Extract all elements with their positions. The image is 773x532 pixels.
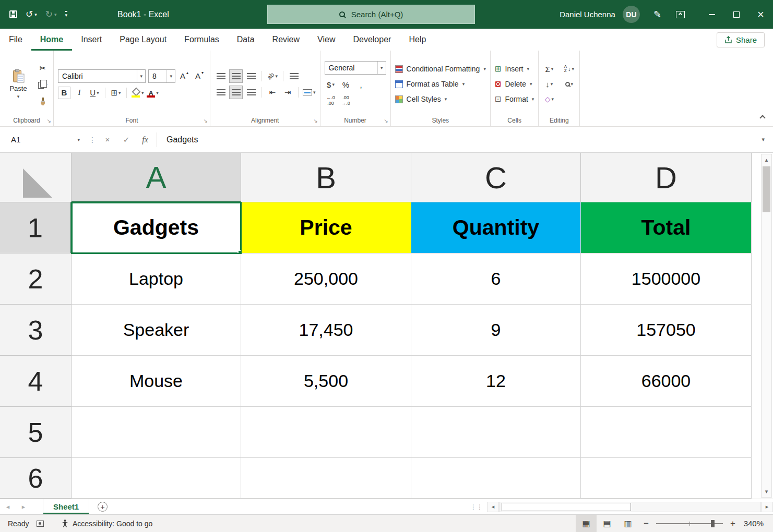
scroll-left-button[interactable]: ◂ [487, 502, 499, 512]
align-center-button[interactable] [230, 86, 242, 99]
cell-A1[interactable]: Gadgets [72, 202, 241, 253]
cell-C3[interactable]: 9 [411, 305, 581, 356]
row-header-3[interactable]: 3 [0, 305, 72, 356]
cell-D6[interactable] [581, 458, 752, 499]
col-header-b[interactable]: B [241, 153, 411, 202]
orientation-button[interactable]: ab▾ [266, 70, 279, 82]
cell-A5[interactable] [72, 407, 241, 458]
paste-button[interactable]: Paste ▾ [4, 69, 32, 99]
zoom-slider-thumb[interactable] [711, 520, 715, 527]
increase-font-size-button[interactable]: A▴ [178, 70, 191, 82]
enter-button[interactable]: ✓ [119, 132, 134, 148]
cell-B5[interactable] [241, 407, 411, 458]
share-button[interactable]: Share [717, 32, 765, 47]
row-header-1[interactable]: 1 [0, 202, 72, 253]
vertical-scroll-thumb[interactable] [763, 166, 770, 212]
page-break-view-button[interactable]: ▥ [617, 515, 638, 532]
font-color-button[interactable]: A▾ [147, 87, 159, 99]
insert-function-button[interactable]: fx [138, 132, 152, 148]
scroll-down-button[interactable]: ▾ [762, 486, 771, 497]
tab-data[interactable]: Data [228, 29, 264, 51]
cell-A3[interactable]: Speaker [72, 305, 241, 356]
tab-file[interactable]: File [0, 29, 31, 51]
select-all-button[interactable] [0, 153, 72, 202]
align-right-button[interactable] [245, 86, 257, 99]
underline-button[interactable]: U▾ [88, 87, 101, 99]
row-header-6[interactable]: 6 [0, 458, 72, 499]
font-size-select[interactable]: 8▾ [148, 69, 175, 83]
row-header-5[interactable]: 5 [0, 407, 72, 458]
format-cells-button[interactable]: ⊡ Format ▾ [495, 92, 534, 106]
cell-styles-button[interactable]: Cell Styles ▾ [395, 92, 447, 106]
tab-page-layout[interactable]: Page Layout [111, 29, 175, 51]
scroll-up-button[interactable]: ▴ [762, 154, 771, 165]
ribbon-display-options-button[interactable] [676, 11, 685, 18]
cell-B1[interactable]: Price [241, 202, 411, 253]
clear-button[interactable]: ◇▾ [543, 93, 555, 105]
copy-button[interactable]: ▾ [37, 79, 49, 91]
cell-C1[interactable]: Quantity [411, 202, 581, 253]
cell-D4[interactable]: 66000 [581, 356, 752, 407]
fill-button[interactable]: ↓▾ [543, 78, 555, 90]
cell-B4[interactable]: 5,500 [241, 356, 411, 407]
font-name-select[interactable]: Calibri▾ [58, 69, 146, 83]
accessibility-status[interactable]: Accessibility: Good to go [62, 519, 152, 528]
cut-button[interactable]: ✂ [37, 62, 49, 75]
zoom-level[interactable]: 340% [741, 519, 773, 528]
row-header-2[interactable]: 2 [0, 253, 72, 305]
font-dialog-launcher[interactable]: ↘ [204, 118, 208, 124]
accounting-format-button[interactable]: $▾ [325, 78, 337, 91]
col-header-a[interactable]: A [72, 153, 241, 202]
tab-formulas[interactable]: Formulas [175, 29, 228, 51]
undo-button[interactable]: ↺▾ [26, 9, 37, 20]
horizontal-scroll-track[interactable] [499, 502, 761, 512]
previous-sheet-button[interactable]: ◂ [0, 503, 16, 511]
cancel-button[interactable]: × [100, 132, 115, 148]
autosum-button[interactable]: Σ▾ [543, 63, 555, 75]
cell-C5[interactable] [411, 407, 581, 458]
normal-view-button[interactable]: ▦ [576, 515, 597, 532]
decrease-decimal-button[interactable]: .00→.0 [340, 94, 352, 107]
page-layout-view-button[interactable]: ▤ [597, 515, 617, 532]
find-select-button[interactable]: ▾ [563, 78, 575, 90]
comma-style-button[interactable]: , [355, 78, 367, 91]
cell-D2[interactable]: 1500000 [581, 253, 752, 305]
align-bottom-button[interactable] [245, 70, 257, 82]
horizontal-scroll-thumb[interactable] [502, 503, 631, 511]
cell-D3[interactable]: 157050 [581, 305, 752, 356]
cell-A6[interactable] [72, 458, 241, 499]
new-sheet-button[interactable]: + [98, 502, 108, 512]
tab-help[interactable]: Help [400, 29, 435, 51]
number-dialog-launcher[interactable]: ↘ [384, 118, 388, 124]
col-header-d[interactable]: D [581, 153, 752, 202]
sort-filter-button[interactable]: AZ↓▾ [563, 63, 575, 75]
cell-D5[interactable] [581, 407, 752, 458]
cell-A2[interactable]: Laptop [72, 253, 241, 305]
tab-review[interactable]: Review [264, 29, 308, 51]
increase-decimal-button[interactable]: ←.0.00 [325, 94, 337, 107]
insert-cells-button[interactable]: ⊞ Insert ▾ [495, 62, 529, 76]
save-button[interactable] [9, 10, 17, 18]
horizontal-scrollbar[interactable]: ⋮⋮ ◂ ▸ [470, 499, 773, 514]
cell-B2[interactable]: 250,000 [241, 253, 411, 305]
bold-button[interactable]: B [58, 87, 70, 99]
percent-style-button[interactable]: % [340, 78, 352, 91]
align-top-button[interactable] [215, 70, 227, 82]
fill-color-button[interactable]: ▾ [131, 87, 144, 99]
cell-B3[interactable]: 17,450 [241, 305, 411, 356]
next-sheet-button[interactable]: ▸ [16, 503, 31, 511]
user-name[interactable]: Daniel Uchenna [560, 10, 615, 19]
number-format-select[interactable]: General▾ [325, 61, 386, 75]
minimize-button[interactable] [699, 0, 724, 29]
zoom-in-button[interactable]: + [725, 518, 741, 529]
zoom-out-button[interactable]: − [638, 518, 654, 529]
clipboard-dialog-launcher[interactable]: ↘ [47, 118, 51, 124]
conditional-formatting-button[interactable]: Conditional Formatting ▾ [395, 62, 486, 76]
tab-view[interactable]: View [308, 29, 344, 51]
cell-B6[interactable] [241, 458, 411, 499]
alignment-dialog-launcher[interactable]: ↘ [313, 118, 317, 124]
redo-button[interactable]: ↻▾ [45, 9, 57, 20]
align-middle-button[interactable] [230, 70, 242, 82]
maximize-button[interactable] [724, 0, 748, 29]
collapse-ribbon-button[interactable] [760, 113, 765, 122]
